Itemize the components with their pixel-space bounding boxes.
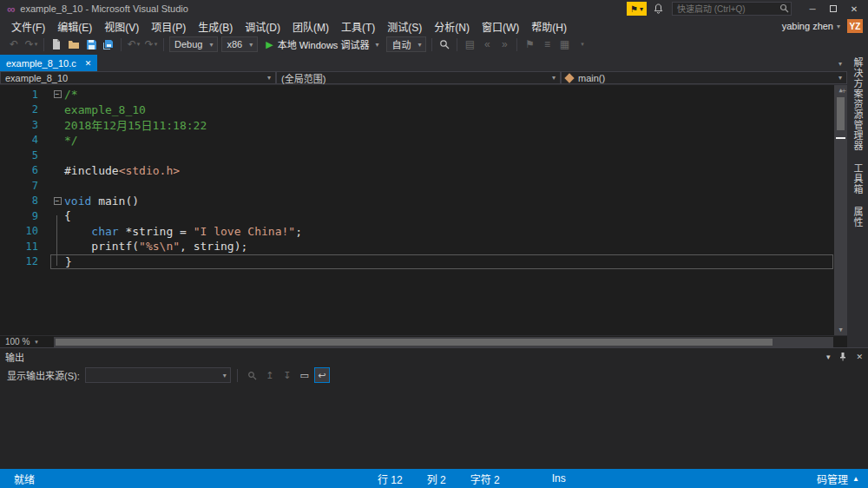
line-body: }	[50, 254, 833, 270]
line-body: −void main()	[50, 194, 833, 209]
solution-platform-dropdown[interactable]: x86 ▾	[221, 36, 258, 52]
output-source-dropdown[interactable]: ▾	[85, 367, 231, 383]
menu-item[interactable]: 帮助(H)	[525, 17, 573, 36]
code-line[interactable]: 9{	[0, 208, 833, 224]
save-button[interactable]	[82, 36, 100, 53]
menu-item[interactable]: 工具(T)	[335, 17, 381, 36]
menu-item[interactable]: 项目(P)	[145, 17, 192, 36]
find-message-button[interactable]	[245, 367, 260, 383]
split-window-handle-icon[interactable]: +	[842, 86, 846, 95]
navigate-backward-button[interactable]: ↶	[5, 36, 23, 53]
menu-item[interactable]: 调试(D)	[239, 17, 286, 36]
menu-item[interactable]: 文件(F)	[5, 17, 51, 36]
new-file-button[interactable]	[48, 36, 65, 53]
undo-icon: ↶	[128, 38, 136, 50]
code-line[interactable]: 2example_8_10	[0, 102, 833, 118]
code-line[interactable]: 11 printf("%s\n", string);	[0, 239, 833, 254]
comment-icon: ≡	[544, 38, 550, 50]
clear-all-button[interactable]: ▭	[297, 367, 312, 383]
feedback-bell-button[interactable]	[654, 3, 663, 14]
line-number: 11	[0, 241, 50, 253]
minimize-button[interactable]: ─	[802, 1, 823, 16]
side-tool-tab[interactable]: 属性	[851, 207, 865, 228]
line-body	[50, 148, 833, 163]
hscrollbar-thumb[interactable]	[56, 339, 773, 346]
scroll-down-icon[interactable]: ▼	[838, 325, 842, 335]
start-debugging-button[interactable]: ▶ 本地 Windows 调试器 ▾	[261, 36, 383, 53]
fold-collapse-icon[interactable]: −	[50, 90, 64, 98]
scope-name: (全局范围)	[281, 71, 326, 85]
window-position-button[interactable]: ▾	[826, 353, 831, 361]
tab-close-icon[interactable]: ✕	[85, 59, 92, 68]
previous-message-button[interactable]: ↥	[262, 367, 278, 383]
menu-item[interactable]: 分析(N)	[428, 17, 476, 36]
output-content[interactable]	[0, 386, 868, 469]
maximize-button[interactable]	[823, 1, 844, 16]
code-line[interactable]: 6#include<stdio.h>	[0, 163, 833, 179]
editor-vertical-scrollbar[interactable]: ▲ ▼	[834, 85, 847, 335]
menu-item[interactable]: 测试(S)	[381, 17, 428, 36]
close-button[interactable]: ✕	[844, 1, 865, 16]
code-line[interactable]: 12}	[0, 254, 833, 270]
solution-configuration-dropdown[interactable]: Debug ▾	[169, 36, 218, 52]
editor-horizontal-scrollbar[interactable]	[54, 337, 833, 347]
increase-indent-button[interactable]: »	[496, 36, 513, 53]
code-line[interactable]: 7	[0, 178, 833, 194]
status-column-number: 列 2	[427, 472, 446, 486]
scrollbar-thumb[interactable]	[837, 97, 845, 130]
code-text: void main()	[64, 195, 833, 208]
tab-example-8-10[interactable]: example_8_10.c ✕	[0, 55, 97, 71]
menu-item[interactable]: 团队(M)	[286, 17, 335, 36]
toolbar-overflow-button[interactable]: ▾	[573, 36, 590, 53]
source-control-button[interactable]: 码管理 ▲	[817, 472, 859, 486]
code-line[interactable]: 1−/*	[0, 87, 833, 102]
project-dropdown[interactable]: example_8_10 ▾	[0, 71, 276, 84]
menu-item[interactable]: 编辑(E)	[51, 17, 98, 36]
bell-icon	[654, 3, 663, 14]
watch-mode-dropdown[interactable]: 自动 ▾	[386, 36, 426, 52]
toggle-bookmark-button[interactable]: ⚑	[521, 36, 538, 53]
save-all-button[interactable]	[100, 36, 117, 53]
code-line[interactable]: 5	[0, 148, 833, 163]
notifications-flag-button[interactable]: ⚑ ▾	[627, 2, 647, 16]
scope-dropdown[interactable]: (全局范围) ▾	[276, 71, 561, 84]
output-close-button[interactable]: ✕	[856, 353, 863, 361]
code-editor[interactable]: 1−/*2example_8_1032018年12月15日11:18:224*/…	[0, 85, 847, 335]
quick-launch-input[interactable]	[672, 2, 792, 16]
code-line[interactable]: 32018年12月15日11:18:22	[0, 117, 833, 133]
menu-item[interactable]: 窗口(W)	[476, 17, 525, 36]
open-file-button[interactable]	[65, 36, 82, 53]
navigate-forward-button[interactable]: ↷▾	[23, 36, 40, 53]
decrease-indent-button[interactable]: «	[478, 36, 496, 53]
window-title: example_8_10 - Microsoft Visual Studio	[20, 3, 188, 14]
method-icon	[564, 73, 574, 82]
search-icon	[779, 3, 789, 13]
pin-button[interactable]	[838, 352, 847, 361]
menu-item[interactable]: 生成(B)	[192, 17, 239, 36]
code-line[interactable]: 4*/	[0, 133, 833, 148]
right-tool-tab-strip: 解决方案资源管理器工具箱属性	[847, 54, 868, 347]
debugger-label: 本地 Windows 调试器	[278, 37, 370, 51]
user-avatar[interactable]: YZ	[847, 19, 863, 33]
undo-button[interactable]: ↶▾	[125, 36, 142, 53]
redo-button[interactable]: ↷▾	[142, 36, 160, 53]
find-in-files-button[interactable]	[436, 36, 453, 53]
tab-list-dropdown-icon[interactable]: ▾	[838, 60, 842, 68]
toggle-word-wrap-button[interactable]: ↩	[314, 367, 330, 383]
uncomment-selection-button[interactable]: ▦	[556, 36, 573, 53]
side-tool-tab[interactable]: 解决方案资源管理器	[851, 57, 865, 151]
zoom-dropdown[interactable]: 100 % ▾	[0, 337, 54, 346]
indent-increase-icon: »	[502, 38, 508, 50]
next-message-button[interactable]: ↧	[279, 367, 295, 383]
find-message-icon	[247, 371, 257, 380]
signed-in-user[interactable]: yabing zhen	[782, 21, 833, 31]
code-line[interactable]: 10 char *string = "I love China!";	[0, 224, 833, 240]
comment-selection-button[interactable]: ≡	[538, 36, 556, 53]
menu-item[interactable]: 视图(V)	[98, 17, 145, 36]
member-dropdown[interactable]: main() ▾	[561, 71, 847, 84]
outline-button[interactable]: ▤	[461, 36, 478, 53]
chevron-down-icon: ▾	[155, 41, 158, 48]
fold-collapse-icon[interactable]: −	[50, 197, 64, 205]
side-tool-tab[interactable]: 工具箱	[851, 163, 865, 195]
code-line[interactable]: 8−void main()	[0, 194, 833, 209]
